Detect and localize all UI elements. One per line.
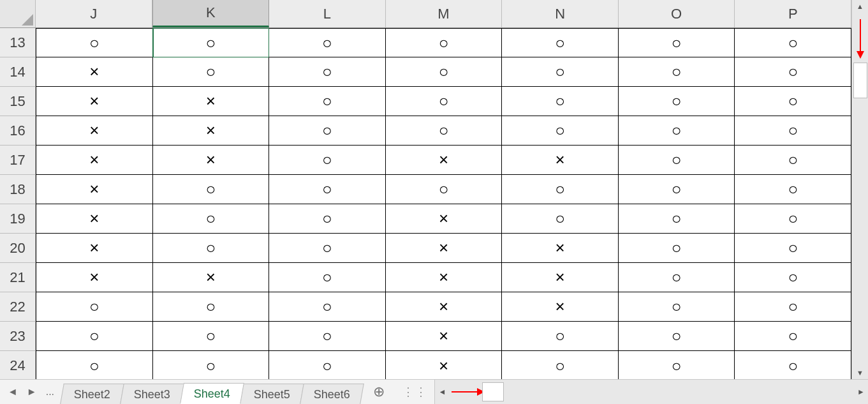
cell[interactable]: ×: [386, 234, 503, 263]
cell[interactable]: ○: [269, 204, 386, 234]
cell[interactable]: ○: [619, 322, 735, 351]
cell[interactable]: ○: [735, 292, 851, 322]
row-header-16[interactable]: 16: [0, 116, 36, 146]
cell[interactable]: ×: [36, 87, 153, 116]
cell[interactable]: ○: [619, 175, 735, 204]
vertical-scrollbar[interactable]: ▲ ▼: [851, 0, 868, 379]
cell[interactable]: ○: [36, 351, 153, 379]
cell[interactable]: ○: [269, 28, 386, 57]
cell[interactable]: ×: [386, 292, 503, 322]
cell[interactable]: ○: [619, 146, 735, 175]
add-sheet-button[interactable]: ⊕: [362, 380, 396, 404]
cell[interactable]: ○: [619, 28, 735, 57]
cell[interactable]: ○: [735, 87, 851, 116]
row-header-21[interactable]: 21: [0, 263, 36, 292]
cell[interactable]: ○: [502, 116, 619, 146]
scroll-up-button[interactable]: ▲: [852, 0, 868, 13]
cell[interactable]: ○: [735, 322, 851, 351]
cell[interactable]: ○: [502, 57, 619, 87]
cell[interactable]: ○: [735, 57, 851, 87]
cell[interactable]: ○: [36, 28, 153, 57]
tab-sheet4[interactable]: Sheet4: [180, 383, 244, 404]
cell[interactable]: ○: [153, 175, 270, 204]
cell[interactable]: ○: [502, 87, 619, 116]
cell[interactable]: ○: [502, 175, 619, 204]
column-header-n[interactable]: N: [502, 0, 619, 27]
cell[interactable]: ○: [502, 28, 619, 57]
cell[interactable]: ○: [386, 57, 503, 87]
vertical-scroll-thumb[interactable]: [853, 63, 867, 98]
cell[interactable]: ×: [153, 87, 270, 116]
cell[interactable]: ○: [153, 234, 270, 263]
cell[interactable]: ×: [36, 234, 153, 263]
tab-overflow-label[interactable]: ...: [43, 385, 57, 399]
cell[interactable]: ○: [269, 263, 386, 292]
cell[interactable]: ○: [502, 204, 619, 234]
scroll-right-button[interactable]: ►: [854, 380, 868, 404]
cell[interactable]: ○: [386, 28, 503, 57]
cell[interactable]: ○: [619, 204, 735, 234]
cell[interactable]: ×: [36, 175, 153, 204]
cell[interactable]: ○: [735, 116, 851, 146]
cell[interactable]: ○: [619, 263, 735, 292]
column-header-m[interactable]: M: [386, 0, 503, 27]
row-header-24[interactable]: 24: [0, 351, 36, 379]
column-header-o[interactable]: O: [619, 0, 735, 27]
cell[interactable]: ○: [735, 175, 851, 204]
row-header-22[interactable]: 22: [0, 292, 36, 322]
horizontal-scroll-thumb[interactable]: [482, 382, 504, 401]
cell[interactable]: ○: [619, 87, 735, 116]
cell[interactable]: ○: [619, 351, 735, 379]
tab-scroll-right-button[interactable]: ►: [24, 385, 40, 399]
cell[interactable]: ×: [386, 146, 503, 175]
row-header-19[interactable]: 19: [0, 204, 36, 234]
cell[interactable]: ×: [36, 146, 153, 175]
cell[interactable]: ○: [269, 351, 386, 379]
cell[interactable]: ○: [36, 322, 153, 351]
cell[interactable]: ×: [153, 116, 270, 146]
tab-sheet3[interactable]: Sheet3: [120, 384, 184, 404]
cell[interactable]: ○: [153, 292, 270, 322]
cell[interactable]: ×: [386, 351, 503, 379]
tab-sheet6[interactable]: Sheet6: [300, 384, 364, 404]
select-all-corner[interactable]: [0, 0, 36, 27]
hscroll-track[interactable]: [449, 380, 854, 404]
cell[interactable]: ○: [735, 351, 851, 379]
cell[interactable]: ○: [153, 204, 270, 234]
cell[interactable]: ○: [269, 146, 386, 175]
cell[interactable]: ○: [269, 322, 386, 351]
cell[interactable]: ○: [36, 292, 153, 322]
cell[interactable]: ○: [502, 322, 619, 351]
tab-scroll-left-button[interactable]: ◄: [5, 385, 20, 399]
cell[interactable]: ○: [269, 234, 386, 263]
tab-sheet5[interactable]: Sheet5: [240, 384, 304, 404]
cell[interactable]: ○: [269, 175, 386, 204]
cell[interactable]: ○: [619, 116, 735, 146]
cell[interactable]: ×: [153, 263, 270, 292]
cell[interactable]: ○: [269, 57, 386, 87]
cell[interactable]: ○: [269, 87, 386, 116]
cell[interactable]: ×: [153, 146, 270, 175]
cell[interactable]: ○: [153, 28, 270, 57]
cell[interactable]: ○: [735, 28, 851, 57]
cell[interactable]: ○: [619, 57, 735, 87]
column-header-k[interactable]: K: [152, 0, 270, 27]
cell[interactable]: ○: [386, 116, 503, 146]
column-header-l[interactable]: L: [269, 0, 386, 27]
cell[interactable]: ○: [735, 204, 851, 234]
cell[interactable]: ×: [386, 263, 503, 292]
cell[interactable]: ○: [735, 146, 851, 175]
row-header-15[interactable]: 15: [0, 87, 36, 116]
cell[interactable]: ○: [735, 234, 851, 263]
tabbar-splitter[interactable]: ⋮⋮: [396, 380, 434, 404]
tab-sheet2[interactable]: Sheet2: [60, 384, 124, 404]
row-header-18[interactable]: 18: [0, 175, 36, 204]
cell[interactable]: ○: [619, 292, 735, 322]
row-header-14[interactable]: 14: [0, 57, 36, 87]
row-header-13[interactable]: 13: [0, 28, 36, 57]
cell[interactable]: ×: [502, 146, 619, 175]
cell[interactable]: ×: [36, 116, 153, 146]
cell[interactable]: ×: [386, 322, 503, 351]
cell[interactable]: ×: [386, 204, 503, 234]
row-header-20[interactable]: 20: [0, 234, 36, 263]
